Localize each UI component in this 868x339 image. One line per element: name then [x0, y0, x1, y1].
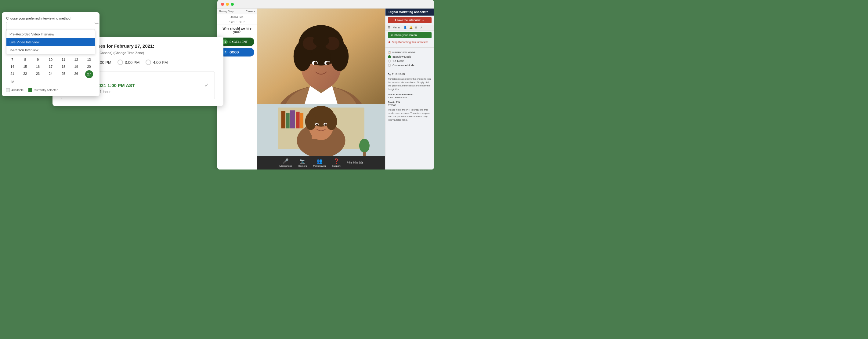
calendar-day[interactable]: 8	[19, 56, 31, 63]
interview-mode-radio	[388, 55, 391, 58]
svg-point-31	[316, 123, 318, 125]
calendar-day[interactable]: 27	[85, 70, 93, 78]
main-video-feed	[257, 8, 385, 104]
calendar-day[interactable]: 28	[6, 79, 19, 85]
share-screen-button[interactable]: 🖥 Share your screen	[388, 32, 432, 38]
camera-label: Camera	[298, 165, 307, 167]
calendar-day[interactable]: 9	[32, 56, 44, 63]
microphone-button[interactable]: 🎤 Microphone	[279, 158, 292, 167]
menu-label: Menu	[393, 26, 400, 29]
video-main	[257, 8, 385, 104]
stop-recording-label: Stop Recording this Interview	[392, 40, 428, 44]
divider-1	[385, 47, 434, 48]
mode-conference-radio	[388, 64, 391, 67]
small-video-feed	[257, 104, 385, 156]
calendar-day[interactable]: 24	[44, 70, 57, 78]
calendar-day[interactable]: 12	[70, 56, 83, 63]
participants-icon: 👥	[316, 158, 322, 164]
excellent-num: 1	[223, 39, 228, 44]
calendar-day[interactable]: 23	[32, 70, 44, 78]
share2-icon: ↗	[420, 26, 423, 29]
calendar-grid: 1234567891011121314151617181920212223242…	[6, 49, 95, 85]
video-small	[257, 104, 385, 156]
leave-interview-button[interactable]: Leave the Interview →	[388, 17, 432, 23]
calendar-day[interactable]: 22	[19, 70, 31, 78]
calendar-day[interactable]: 20	[83, 63, 95, 70]
dropdown-section: Choose your preferred interviewing metho…	[6, 17, 95, 30]
divider-2	[385, 69, 434, 69]
mode-1-1-label: 1-1 Mode	[393, 60, 404, 63]
interview-mode-icon: 📋	[388, 51, 391, 54]
rating-toolbar: Rating Step Close ›	[217, 8, 257, 15]
svg-point-10	[313, 35, 329, 47]
mode-1-1-option[interactable]: 1-1 Mode	[385, 59, 434, 63]
stop-recording-button[interactable]: ⏺ Stop Recording this Interview	[385, 40, 434, 45]
legend-selected-label: Currently selected	[34, 89, 58, 92]
excellent-label: EXCELLENT	[229, 40, 248, 44]
nav-next[interactable]: ›	[236, 21, 237, 24]
option-in-person[interactable]: In-Person Interview	[6, 46, 95, 54]
nav-prev[interactable]: ‹	[229, 21, 230, 24]
dropdown-label: Choose your preferred interviewing metho…	[6, 17, 95, 20]
share-screen-icon: 🖥	[390, 34, 393, 37]
support-button[interactable]: ❓ Support	[332, 158, 341, 167]
calendar-day[interactable]: 15	[19, 63, 31, 70]
svg-point-27	[305, 113, 316, 130]
camera-button[interactable]: 📷 Camera	[298, 158, 307, 167]
window-chrome	[217, 0, 434, 8]
checkmark-icon: ✓	[205, 82, 209, 89]
dial-in-pin: 678966	[385, 104, 434, 107]
calendar-day[interactable]: 16	[32, 63, 44, 70]
phone-in-description: Participants also have the choice to joi…	[385, 76, 434, 92]
video-controls-bar: 🎤 Microphone 📷 Camera 👥 Participants ❓ S…	[257, 156, 385, 169]
calendar-day[interactable]: 18	[57, 63, 70, 70]
time-slot-3pm[interactable]: 3:00 PM	[118, 60, 140, 65]
share-icon[interactable]: ↗	[243, 21, 245, 24]
time-slot-4pm[interactable]: 4:00 PM	[146, 60, 167, 65]
rating-nav-bar: ‹ 2/4 › ⧉ ↗	[217, 20, 257, 24]
good-num: 2	[223, 50, 228, 55]
legend-selected: Currently selected	[28, 88, 58, 92]
svg-point-13	[314, 61, 317, 65]
calendar-day[interactable]: 13	[83, 56, 95, 63]
interview-mode-label: Interview Mode	[393, 55, 411, 58]
calendar-day[interactable]: 14	[6, 63, 19, 70]
participants-label: Participants	[313, 165, 326, 167]
calendar-day[interactable]: 10	[44, 56, 57, 63]
calendar-day[interactable]: 26	[70, 70, 83, 78]
leave-arrow-icon: →	[422, 19, 425, 22]
sidebar-toolbar: ☰ Menu 👤 🔔 ⊞ ↗	[385, 25, 434, 31]
user-icon: 👤	[403, 26, 407, 29]
mode-conference-label: Conference Mode	[393, 64, 414, 67]
support-icon: ❓	[333, 158, 339, 164]
traffic-yellow-button[interactable]	[226, 3, 229, 6]
excellent-button[interactable]: 1 EXCELLENT	[220, 37, 254, 46]
calendar-day[interactable]: 17	[44, 63, 57, 70]
close-label[interactable]: Close	[246, 10, 253, 13]
calendar-day[interactable]: 11	[57, 56, 70, 63]
good-button[interactable]: 2 GOOD	[220, 48, 254, 57]
calendar-day[interactable]: 25	[57, 70, 70, 78]
participants-button[interactable]: 👥 Participants	[313, 158, 326, 167]
traffic-green-button[interactable]	[231, 3, 234, 6]
mode-1-1-radio	[388, 60, 391, 63]
legend-available: Available	[6, 88, 24, 92]
svg-point-33	[359, 139, 370, 152]
option-pre-recorded[interactable]: Pre-Recorded Video Interview	[6, 30, 95, 38]
interview-method-input[interactable]	[6, 22, 95, 30]
calendar-day[interactable]: 7	[6, 56, 19, 63]
calendar-day[interactable]: 19	[70, 63, 83, 70]
interview-mode-option[interactable]: Interview Mode	[385, 55, 434, 59]
chevron-right-icon[interactable]: ›	[254, 10, 255, 13]
microphone-icon: 🎤	[283, 158, 289, 164]
mode-conference-option[interactable]: Conference Mode	[385, 63, 434, 67]
copy-icon[interactable]: ⧉	[240, 21, 241, 24]
svg-point-14	[326, 61, 330, 65]
traffic-red-button[interactable]	[221, 3, 224, 6]
calendar-day[interactable]: 21	[6, 70, 19, 78]
option-live-video[interactable]: Live Video Interview	[6, 38, 95, 46]
calendar-day	[44, 79, 57, 85]
calendar-day	[19, 79, 31, 85]
window-content: Rating Step Close › Jenna Lee ‹ 2/4 › ⧉ …	[217, 8, 434, 169]
svg-rect-22	[300, 113, 303, 128]
